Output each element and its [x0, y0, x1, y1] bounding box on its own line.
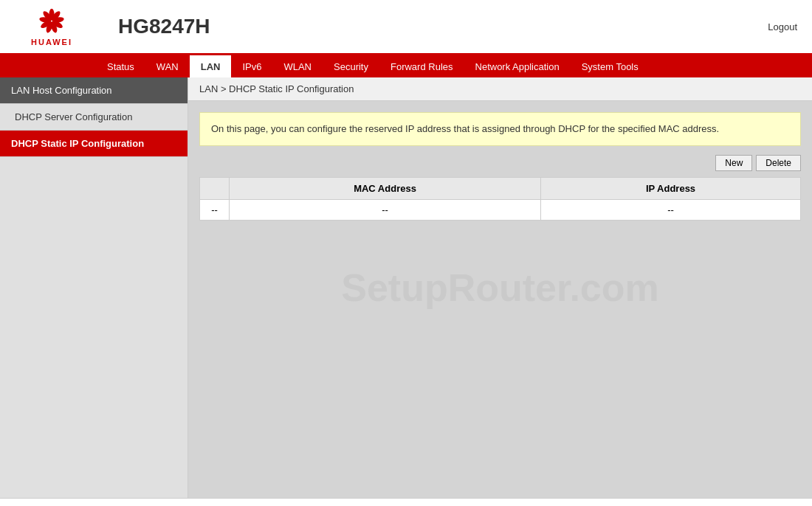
nav-status[interactable]: Status — [96, 55, 145, 77]
nav-wlan[interactable]: WLAN — [272, 55, 323, 77]
cell-mac: -- — [230, 199, 541, 220]
watermark: SetupRouter.com — [341, 266, 659, 310]
sidebar-item-dhcp-static[interactable]: DHCP Static IP Configuration — [0, 131, 187, 157]
table-row: -- -- -- — [200, 199, 801, 220]
logout-button[interactable]: Logout — [768, 21, 797, 32]
new-button[interactable]: New — [715, 155, 752, 171]
info-box: On this page, you can configure the rese… — [199, 112, 801, 146]
nav-security[interactable]: Security — [323, 55, 379, 77]
static-ip-table: MAC Address IP Address -- -- -- — [199, 177, 801, 221]
action-bar: New Delete — [199, 155, 801, 171]
cell-ip: -- — [541, 199, 801, 220]
col-checkbox — [200, 177, 230, 199]
footer: Copyright © Huawei Technologies Co., Ltd… — [0, 498, 812, 506]
sidebar-item-dhcp-server[interactable]: DHCP Server Configuration — [0, 104, 187, 131]
nav-system-tools[interactable]: System Tools — [571, 55, 650, 77]
table-header-row: MAC Address IP Address — [200, 177, 801, 199]
nav-lan[interactable]: LAN — [190, 55, 232, 77]
cell-checkbox: -- — [200, 199, 230, 220]
breadcrumb: LAN > DHCP Static IP Configuration — [188, 77, 812, 101]
logo-area: HUAWEI — [0, 0, 103, 53]
huawei-logo-icon — [30, 7, 74, 36]
sidebar-item-lan-host[interactable]: LAN Host Configuration — [0, 77, 187, 104]
nav-ipv6[interactable]: IPv6 — [231, 55, 272, 77]
navbar: Status WAN LAN IPv6 WLAN Security Forwar… — [0, 55, 812, 77]
nav-network-application[interactable]: Network Application — [464, 55, 571, 77]
brand-name: HUAWEI — [31, 38, 72, 46]
col-ip-address: IP Address — [541, 177, 801, 199]
nav-wan[interactable]: WAN — [145, 55, 190, 77]
nav-forward-rules[interactable]: Forward Rules — [379, 55, 464, 77]
sidebar: LAN Host Configuration DHCP Server Confi… — [0, 77, 188, 498]
device-model: HG8247H — [103, 15, 768, 38]
delete-button[interactable]: Delete — [756, 155, 801, 171]
col-mac-address: MAC Address — [230, 177, 541, 199]
